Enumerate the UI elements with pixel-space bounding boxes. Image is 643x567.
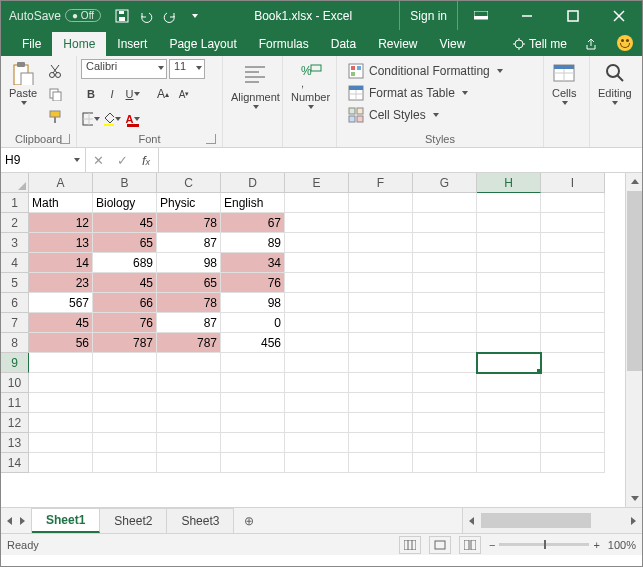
cell-B9[interactable] [93,353,157,373]
copy-icon[interactable] [45,84,65,104]
cell-F13[interactable] [349,433,413,453]
borders-button[interactable] [81,109,101,129]
cell-C8[interactable]: 787 [157,333,221,353]
cell-D13[interactable] [221,433,285,453]
cell-A11[interactable] [29,393,93,413]
cell-B4[interactable]: 689 [93,253,157,273]
cell-C6[interactable]: 78 [157,293,221,313]
cell-E9[interactable] [285,353,349,373]
cell-I5[interactable] [541,273,605,293]
font-size-select[interactable]: 11 [169,59,205,79]
format-as-table-button[interactable]: Format as Table [345,83,535,103]
cell-E5[interactable] [285,273,349,293]
paste-button[interactable]: Paste [5,59,41,107]
cell-H12[interactable] [477,413,541,433]
cell-G5[interactable] [413,273,477,293]
cell-H1[interactable] [477,193,541,213]
cell-C1[interactable]: Physic [157,193,221,213]
row-header-5[interactable]: 5 [1,273,29,293]
cut-icon[interactable] [45,61,65,81]
cell-D7[interactable]: 0 [221,313,285,333]
row-header-10[interactable]: 10 [1,373,29,393]
minimize-button[interactable] [504,1,550,30]
sheet-tab-sheet3[interactable]: Sheet3 [167,508,234,533]
cell-D6[interactable]: 98 [221,293,285,313]
cell-E3[interactable] [285,233,349,253]
tell-me-button[interactable]: Tell me [504,32,576,56]
cell-D12[interactable] [221,413,285,433]
cell-I3[interactable] [541,233,605,253]
row-header-8[interactable]: 8 [1,333,29,353]
cell-D8[interactable]: 456 [221,333,285,353]
formula-input[interactable] [159,148,642,172]
cell-E7[interactable] [285,313,349,333]
ribbon-options-icon[interactable] [458,1,504,30]
cell-F14[interactable] [349,453,413,473]
cell-B12[interactable] [93,413,157,433]
new-sheet-button[interactable]: ⊕ [234,508,264,533]
cell-A5[interactable]: 23 [29,273,93,293]
cell-G8[interactable] [413,333,477,353]
tab-data[interactable]: Data [320,32,367,56]
col-header-G[interactable]: G [413,173,477,193]
cell-D4[interactable]: 34 [221,253,285,273]
cell-I14[interactable] [541,453,605,473]
bold-button[interactable]: B [81,84,101,104]
cell-E2[interactable] [285,213,349,233]
row-header-11[interactable]: 11 [1,393,29,413]
col-header-C[interactable]: C [157,173,221,193]
horizontal-scrollbar[interactable] [462,508,642,533]
cell-G2[interactable] [413,213,477,233]
clipboard-launcher[interactable] [60,134,70,144]
cell-G1[interactable] [413,193,477,213]
cell-styles-button[interactable]: Cell Styles [345,105,535,125]
cell-C14[interactable] [157,453,221,473]
cell-C11[interactable] [157,393,221,413]
cell-A14[interactable] [29,453,93,473]
cell-D1[interactable]: English [221,193,285,213]
number-button[interactable]: %, Number [287,59,334,111]
cell-F2[interactable] [349,213,413,233]
cell-C10[interactable] [157,373,221,393]
cells-button[interactable]: Cells [548,59,580,107]
cell-C9[interactable] [157,353,221,373]
redo-icon[interactable] [163,9,177,23]
zoom-slider[interactable]: − + [489,539,600,551]
tab-file[interactable]: File [11,32,52,56]
cell-B5[interactable]: 45 [93,273,157,293]
cell-B6[interactable]: 66 [93,293,157,313]
row-header-6[interactable]: 6 [1,293,29,313]
cell-A7[interactable]: 45 [29,313,93,333]
cell-A12[interactable] [29,413,93,433]
autosave-toggle[interactable]: AutoSave ● Off [1,9,109,23]
zoom-level[interactable]: 100% [608,539,636,551]
cell-F10[interactable] [349,373,413,393]
cell-G10[interactable] [413,373,477,393]
cell-G9[interactable] [413,353,477,373]
page-break-view-icon[interactable] [459,536,481,554]
cell-E6[interactable] [285,293,349,313]
cell-I7[interactable] [541,313,605,333]
shrink-font-button[interactable]: A▾ [174,84,194,104]
cell-G7[interactable] [413,313,477,333]
font-name-select[interactable]: Calibri [81,59,167,79]
undo-icon[interactable] [139,9,153,23]
col-header-F[interactable]: F [349,173,413,193]
col-header-H[interactable]: H [477,173,541,193]
cell-C13[interactable] [157,433,221,453]
normal-view-icon[interactable] [399,536,421,554]
sheet-nav[interactable] [1,508,32,533]
cell-D11[interactable] [221,393,285,413]
cell-G4[interactable] [413,253,477,273]
cell-B2[interactable]: 45 [93,213,157,233]
cell-F4[interactable] [349,253,413,273]
sheet-tab-sheet1[interactable]: Sheet1 [32,508,100,533]
cell-E10[interactable] [285,373,349,393]
tab-insert[interactable]: Insert [106,32,158,56]
cell-B11[interactable] [93,393,157,413]
cell-F1[interactable] [349,193,413,213]
cell-I8[interactable] [541,333,605,353]
cell-D10[interactable] [221,373,285,393]
row-header-3[interactable]: 3 [1,233,29,253]
cell-I12[interactable] [541,413,605,433]
